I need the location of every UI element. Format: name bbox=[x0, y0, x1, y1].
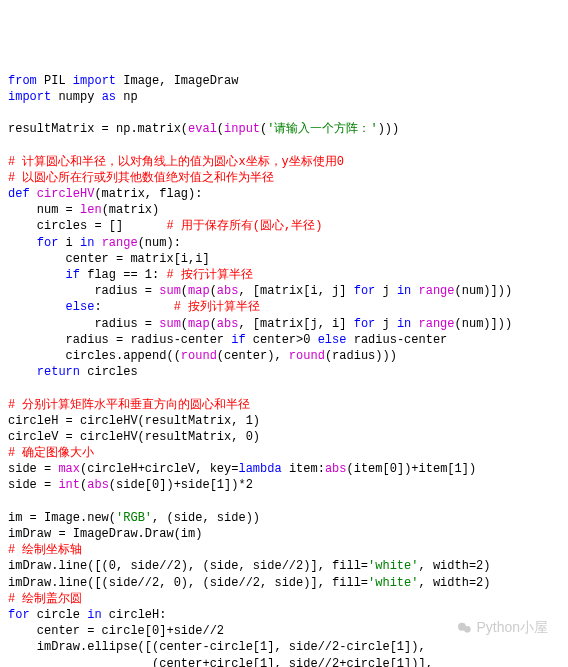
token-plain: (item[0])+item[1]) bbox=[347, 462, 477, 476]
code-line: # 确定图像大小 bbox=[8, 445, 560, 461]
token-plain: circleH: bbox=[102, 608, 167, 622]
token-fn: eval bbox=[188, 122, 217, 136]
token-plain bbox=[8, 268, 66, 282]
token-plain: flag == 1: bbox=[80, 268, 166, 282]
code-line: else: # 按列计算半径 bbox=[8, 299, 560, 315]
token-plain: circleH = circleHV(resultMatrix, 1) bbox=[8, 414, 260, 428]
wechat-icon bbox=[456, 620, 472, 636]
token-plain: , [matrix[j, i] bbox=[238, 317, 353, 331]
token-cmt: # 绘制坐标轴 bbox=[8, 543, 82, 557]
token-plain: side = bbox=[8, 478, 58, 492]
token-fn: map bbox=[188, 317, 210, 331]
token-plain: (center), bbox=[217, 349, 289, 363]
token-fn: max bbox=[58, 462, 80, 476]
code-line: def circleHV(matrix, flag): bbox=[8, 186, 560, 202]
token-plain: , [matrix[i, j] bbox=[238, 284, 353, 298]
token-plain bbox=[30, 187, 37, 201]
code-line: radius = radius-center if center>0 else … bbox=[8, 332, 560, 348]
token-kw: from bbox=[8, 74, 37, 88]
token-plain: ( bbox=[181, 284, 188, 298]
token-plain: circle bbox=[30, 608, 88, 622]
code-line: # 分别计算矩阵水平和垂直方向的圆心和半径 bbox=[8, 397, 560, 413]
token-plain: imDraw.line([(0, side//2), (side, side//… bbox=[8, 559, 368, 573]
token-plain bbox=[411, 284, 418, 298]
token-str: 'white' bbox=[368, 559, 418, 573]
token-cmt: # 用于保存所有(圆心,半径) bbox=[166, 219, 322, 233]
token-plain: ( bbox=[181, 317, 188, 331]
token-plain: center>0 bbox=[246, 333, 318, 347]
token-plain: (center+circle[1], side//2+circle[1])], bbox=[8, 657, 433, 668]
code-line: imDraw = ImageDraw.Draw(im) bbox=[8, 526, 560, 542]
token-str: 'RGB' bbox=[116, 511, 152, 525]
svg-point-1 bbox=[464, 626, 471, 633]
token-fn: range bbox=[419, 284, 455, 298]
code-line: from PIL import Image, ImageDraw bbox=[8, 73, 560, 89]
token-kw: else bbox=[66, 300, 95, 314]
token-plain: radius-center bbox=[346, 333, 447, 347]
token-plain: imDraw.line([(side//2, 0), (side//2, sid… bbox=[8, 576, 368, 590]
token-plain: (matrix) bbox=[102, 203, 160, 217]
token-fn: abs bbox=[87, 478, 109, 492]
token-plain: (num)])) bbox=[455, 317, 513, 331]
token-plain: (num)])) bbox=[455, 284, 513, 298]
code-line bbox=[8, 105, 560, 121]
token-cmt: # 以圆心所在行或列其他数值绝对值之和作为半径 bbox=[8, 171, 274, 185]
token-fn: map bbox=[188, 284, 210, 298]
token-kw: def bbox=[8, 187, 30, 201]
token-kw: for bbox=[354, 284, 376, 298]
token-plain: j bbox=[375, 317, 397, 331]
code-line: circles = [] # 用于保存所有(圆心,半径) bbox=[8, 218, 560, 234]
token-plain: im = Image.new( bbox=[8, 511, 116, 525]
token-fn: int bbox=[58, 478, 80, 492]
token-plain: center = matrix[i,i] bbox=[8, 252, 210, 266]
token-kw: import bbox=[73, 74, 116, 88]
token-plain: ( bbox=[210, 284, 217, 298]
token-plain: circles = [] bbox=[8, 219, 166, 233]
code-line: (center+circle[1], side//2+circle[1])], bbox=[8, 656, 560, 668]
token-cmt: # 按列计算半径 bbox=[174, 300, 260, 314]
token-plain: circles.append(( bbox=[8, 349, 181, 363]
token-kw: for bbox=[8, 608, 30, 622]
token-plain: imDraw = ImageDraw.Draw(im) bbox=[8, 527, 202, 541]
token-plain: (matrix, flag): bbox=[94, 187, 202, 201]
code-line: radius = sum(map(abs, [matrix[i, j] for … bbox=[8, 283, 560, 299]
code-line: imDraw.ellipse([(center-circle[1], side/… bbox=[8, 639, 560, 655]
token-plain: (circleH+circleV, key= bbox=[80, 462, 238, 476]
code-line bbox=[8, 138, 560, 154]
token-cmt: # 绘制盖尔圆 bbox=[8, 592, 82, 606]
code-line: return circles bbox=[8, 364, 560, 380]
token-fn: range bbox=[419, 317, 455, 331]
token-plain: resultMatrix = np.matrix( bbox=[8, 122, 188, 136]
token-kw: else bbox=[318, 333, 347, 347]
token-plain: side = bbox=[8, 462, 58, 476]
token-fn: sum bbox=[159, 284, 181, 298]
code-line: # 计算圆心和半径，以对角线上的值为圆心x坐标，y坐标使用0 bbox=[8, 154, 560, 170]
code-line: imDraw.line([(side//2, 0), (side//2, sid… bbox=[8, 575, 560, 591]
token-plain: ( bbox=[217, 122, 224, 136]
token-kw: in bbox=[87, 608, 101, 622]
token-fn: abs bbox=[217, 317, 239, 331]
token-plain: PIL bbox=[37, 74, 73, 88]
token-plain: circleV = circleHV(resultMatrix, 0) bbox=[8, 430, 260, 444]
code-line: im = Image.new('RGB', (side, side)) bbox=[8, 510, 560, 526]
code-line: side = int(abs(side[0])+side[1])*2 bbox=[8, 477, 560, 493]
token-fn: input bbox=[224, 122, 260, 136]
token-plain bbox=[8, 300, 66, 314]
token-plain bbox=[8, 365, 37, 379]
code-line: # 以圆心所在行或列其他数值绝对值之和作为半径 bbox=[8, 170, 560, 186]
token-kw: as bbox=[102, 90, 116, 104]
token-plain: (num): bbox=[138, 236, 181, 250]
token-plain bbox=[94, 236, 101, 250]
code-line: circles.append((round(center), round(rad… bbox=[8, 348, 560, 364]
token-plain: Image, ImageDraw bbox=[116, 74, 238, 88]
token-plain: circles bbox=[80, 365, 138, 379]
token-plain: radius = bbox=[8, 317, 159, 331]
token-fn: abs bbox=[217, 284, 239, 298]
token-plain: item: bbox=[282, 462, 325, 476]
code-line: # 绘制盖尔圆 bbox=[8, 591, 560, 607]
token-plain bbox=[411, 317, 418, 331]
code-line: for i in range(num): bbox=[8, 235, 560, 251]
token-fn: abs bbox=[325, 462, 347, 476]
watermark-text: Python小屋 bbox=[476, 618, 548, 637]
token-fn: circleHV bbox=[37, 187, 95, 201]
